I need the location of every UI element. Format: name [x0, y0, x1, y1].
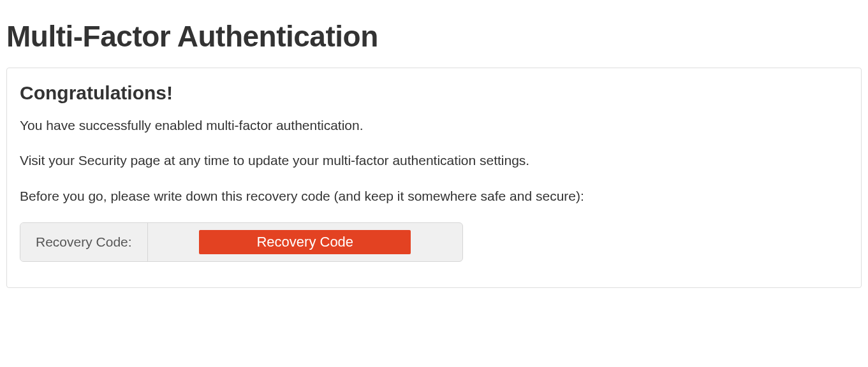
recovery-code-value: Recovery Code [199, 230, 411, 254]
recovery-code-value-cell: Recovery Code [148, 223, 462, 261]
success-paragraph: You have successfully enabled multi-fact… [20, 117, 848, 134]
mfa-panel: Congratulations! You have successfully e… [6, 68, 862, 288]
recovery-code-box: Recovery Code: Recovery Code [20, 222, 463, 262]
recovery-code-label: Recovery Code: [20, 223, 148, 261]
page-title: Multi-Factor Authentication [6, 19, 862, 54]
page-container: Multi-Factor Authentication Congratulati… [0, 0, 868, 288]
recovery-instructions-paragraph: Before you go, please write down this re… [20, 187, 848, 205]
congratulations-heading: Congratulations! [20, 82, 848, 104]
security-link-paragraph: Visit your Security page at any time to … [20, 152, 848, 169]
